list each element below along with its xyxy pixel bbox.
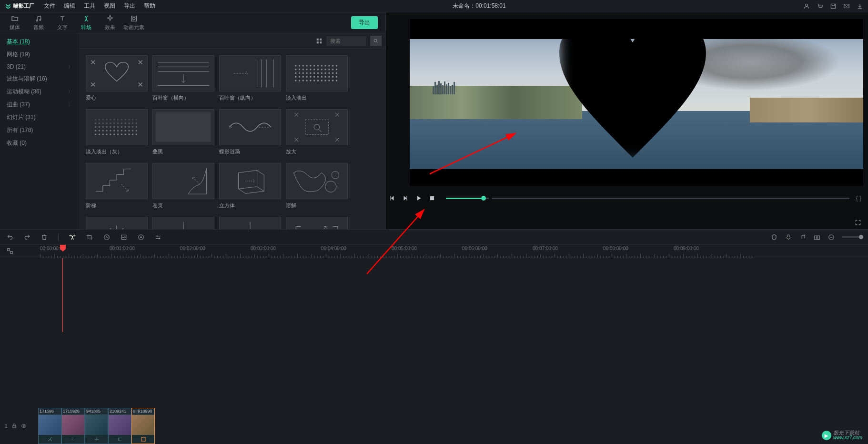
- timeline-clip[interactable]: 1715926: [61, 408, 85, 444]
- tab-effect[interactable]: 效果: [98, 15, 122, 31]
- progress-bar[interactable]: [446, 198, 489, 199]
- timeline-ruler[interactable]: 00:00:00:00 00:01:00:0000:02:00:0000:03:…: [0, 245, 868, 258]
- progress-rest[interactable]: [492, 198, 849, 199]
- lock-icon[interactable]: [11, 423, 17, 429]
- zoom-out-icon[interactable]: [828, 234, 835, 241]
- grid-view-icon[interactable]: [316, 38, 323, 44]
- user-icon[interactable]: [803, 3, 810, 10]
- transition-thumb: [286, 163, 348, 199]
- transition-item[interactable]: 百叶窗（横向）: [152, 55, 214, 101]
- adjust-button[interactable]: [155, 234, 161, 241]
- export-button[interactable]: 导出: [351, 16, 378, 29]
- greenscreen-button[interactable]: [138, 234, 144, 241]
- play-button[interactable]: [415, 195, 422, 202]
- timeline-clip[interactable]: 941805: [85, 408, 108, 444]
- transition-item[interactable]: [86, 217, 148, 229]
- color-button[interactable]: [121, 234, 127, 241]
- tab-audio[interactable]: 音频: [27, 15, 50, 31]
- zoom-handle[interactable]: [859, 235, 863, 239]
- delete-button[interactable]: [41, 234, 48, 241]
- svg-rect-25: [325, 65, 326, 66]
- menu-tools[interactable]: 工具: [84, 2, 95, 10]
- menu-help[interactable]: 帮助: [144, 2, 155, 10]
- transition-thumb: [86, 109, 148, 145]
- stop-button[interactable]: [429, 195, 435, 202]
- menu-edit[interactable]: 编辑: [64, 2, 75, 10]
- tab-transition[interactable]: 转场: [74, 15, 98, 31]
- timeline-clip[interactable]: 2109241: [108, 408, 131, 444]
- menu-export[interactable]: 导出: [124, 2, 135, 10]
- sidebar-item-fav[interactable]: 收藏 (0): [0, 137, 79, 150]
- transition-thumb: [286, 109, 348, 145]
- transition-item[interactable]: 立方体: [219, 163, 281, 209]
- transition-thumb: [152, 109, 214, 145]
- menu-file[interactable]: 文件: [44, 2, 55, 10]
- svg-rect-31: [303, 69, 304, 70]
- sidebar-item-3d[interactable]: 3D (21)〉: [0, 61, 79, 72]
- save-icon[interactable]: [830, 3, 837, 10]
- fullscreen-icon[interactable]: [855, 219, 861, 226]
- speed-button[interactable]: [103, 234, 110, 241]
- transition-item[interactable]: 阶梯: [86, 163, 148, 209]
- sidebar-item-distort[interactable]: 扭曲 (37)〉: [0, 98, 79, 111]
- marker-icon[interactable]: [771, 234, 777, 241]
- snapshot-icon[interactable]: [814, 234, 820, 241]
- sidebar-item-grid[interactable]: 网格 (19): [0, 48, 79, 61]
- preview-video[interactable]: [410, 19, 863, 186]
- sidebar-item-all[interactable]: 所有 (178): [0, 124, 79, 137]
- undo-button[interactable]: [7, 234, 13, 241]
- sidebar-item-slide[interactable]: 幻灯片 (31): [0, 111, 79, 124]
- tab-elements[interactable]: 动画元素: [122, 15, 146, 31]
- transition-thumb: [286, 55, 348, 91]
- mic-icon[interactable]: [785, 234, 792, 241]
- sidebar-item-motion[interactable]: 运动模糊 (36)〉: [0, 85, 79, 98]
- eye-icon[interactable]: [21, 423, 27, 429]
- progress-handle[interactable]: [481, 196, 486, 201]
- svg-rect-169: [72, 439, 73, 439]
- sidebar-item-ripple[interactable]: 波纹与溶解 (16): [0, 72, 79, 85]
- transition-item[interactable]: 放大: [286, 109, 348, 155]
- download-icon[interactable]: [857, 3, 863, 10]
- svg-rect-93: [110, 122, 111, 124]
- svg-rect-41: [295, 72, 296, 74]
- ruler-settings-icon[interactable]: [7, 248, 13, 254]
- cart-icon[interactable]: [817, 3, 823, 10]
- tab-media[interactable]: 媒体: [3, 15, 27, 31]
- tab-text[interactable]: 文字: [50, 15, 74, 31]
- crop-button[interactable]: [86, 234, 93, 241]
- audio-icon[interactable]: [799, 234, 806, 241]
- logo-icon: [5, 3, 11, 10]
- transitions-grid: 爱心百叶窗（横向）百叶窗（纵向）淡入淡出淡入淡出（灰）叠黑蝶形涟漪放大阶梯卷页立…: [79, 49, 385, 229]
- svg-rect-132: [121, 134, 122, 135]
- transition-item[interactable]: 叠黑: [152, 109, 214, 155]
- transition-label: 淡入淡出: [286, 94, 348, 101]
- next-frame-button[interactable]: [402, 195, 409, 202]
- folder-icon: [11, 15, 19, 22]
- transition-item[interactable]: [152, 217, 214, 229]
- svg-rect-128: [106, 134, 108, 135]
- svg-rect-75: [332, 80, 333, 81]
- transition-item[interactable]: 爱心: [86, 55, 148, 101]
- transition-item[interactable]: [219, 217, 281, 229]
- timeline-clip[interactable]: u=918690: [131, 408, 155, 444]
- transition-item[interactable]: 淡入淡出（灰）: [86, 109, 148, 155]
- search-button[interactable]: [370, 36, 382, 46]
- sidebar-item-basic[interactable]: 基本 (18): [0, 35, 79, 48]
- transition-item[interactable]: 百叶窗（纵向）: [219, 55, 281, 101]
- mail-icon[interactable]: [843, 3, 850, 10]
- split-button[interactable]: [69, 234, 76, 241]
- transition-item[interactable]: 卷页: [152, 163, 214, 209]
- svg-rect-167: [73, 438, 74, 438]
- zoom-slider[interactable]: [842, 236, 861, 238]
- tick-label: 00:08:00:00: [603, 246, 628, 251]
- search-input[interactable]: [326, 36, 366, 46]
- transition-item[interactable]: 淡入淡出: [286, 55, 348, 101]
- menu-view[interactable]: 视图: [104, 2, 115, 10]
- transition-item[interactable]: [286, 217, 348, 229]
- redo-button[interactable]: [24, 234, 30, 241]
- prev-frame-button[interactable]: [389, 195, 395, 202]
- transition-item[interactable]: 溶解: [286, 163, 348, 209]
- transition-item[interactable]: 蝶形涟漪: [219, 109, 281, 155]
- svg-rect-117: [110, 130, 111, 131]
- timeline-clip[interactable]: 171596: [38, 408, 61, 444]
